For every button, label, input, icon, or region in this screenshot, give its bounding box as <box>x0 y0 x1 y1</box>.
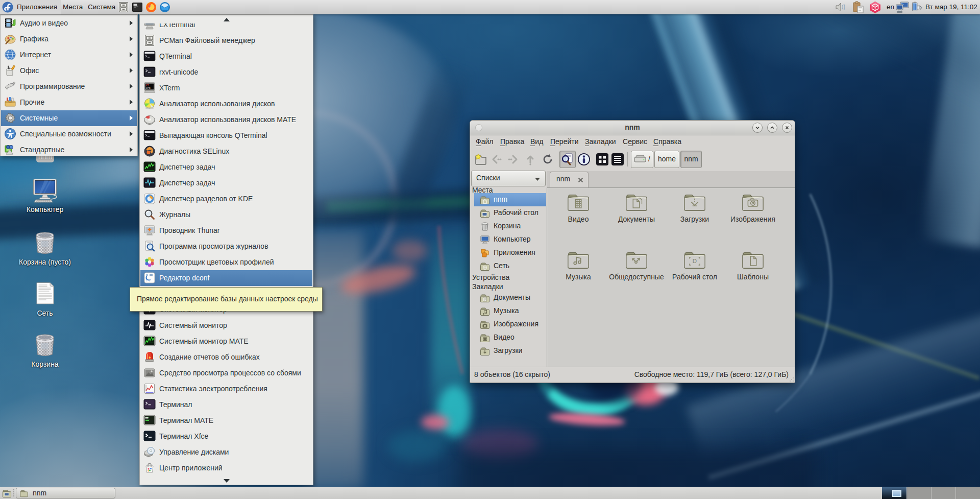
svg-text:D: D <box>693 258 697 264</box>
